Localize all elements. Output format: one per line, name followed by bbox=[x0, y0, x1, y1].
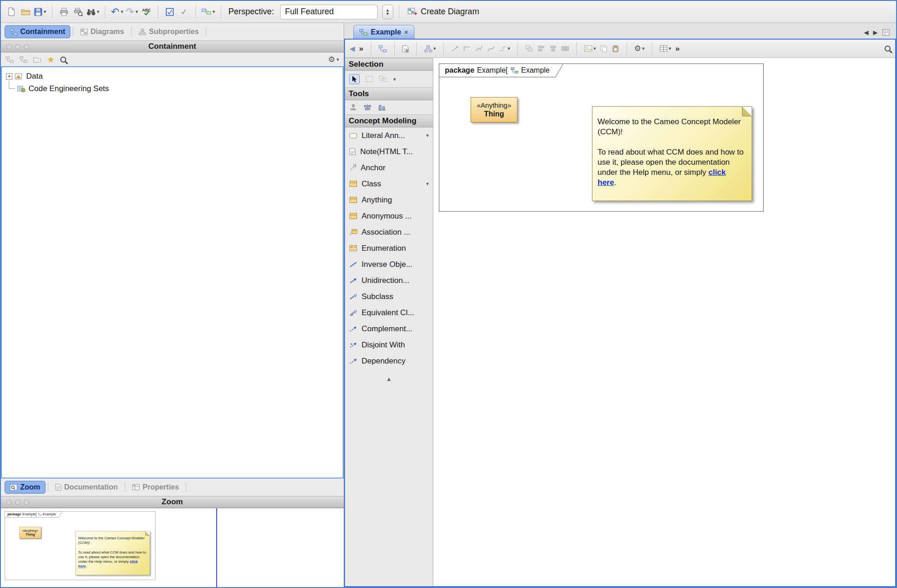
chevron-down-icon[interactable]: ▾ bbox=[426, 133, 429, 138]
diagram-canvas[interactable]: package Example[ Example ] «Anything» Th… bbox=[433, 58, 895, 586]
make-same-size-icon[interactable] bbox=[525, 45, 533, 52]
zoom-viewport-indicator[interactable] bbox=[216, 508, 217, 587]
float-dot-icon[interactable] bbox=[24, 500, 29, 505]
palette-item-enumeration[interactable]: Enumeration bbox=[345, 240, 433, 256]
package-frame[interactable]: package Example[ Example ] «Anything» Th… bbox=[439, 63, 764, 212]
perspective-stepper[interactable]: ▴▾ bbox=[382, 5, 393, 19]
chevron-down-icon[interactable]: ▾ bbox=[642, 46, 645, 51]
frame-header[interactable]: package Example[ Example ] bbox=[439, 63, 564, 77]
toolbar-overflow-icon[interactable]: » bbox=[675, 44, 679, 53]
palette-item-note-html[interactable]: Note(HTML T... bbox=[345, 144, 433, 160]
diagram-search-icon[interactable] bbox=[885, 46, 891, 52]
gear-icon[interactable]: ⚙ bbox=[328, 56, 335, 63]
bezier-path-icon[interactable] bbox=[487, 45, 495, 52]
close-icon[interactable]: × bbox=[404, 28, 408, 36]
palette-item-complement-of[interactable]: Complement... bbox=[345, 321, 433, 337]
rectilinear-path-icon[interactable] bbox=[463, 45, 471, 52]
palette-item-literal-annotation[interactable]: Literal Ann...▾ bbox=[345, 127, 433, 144]
tree-row-code-engineering-sets[interactable]: Code Engineering Sets bbox=[2, 82, 343, 95]
perspective-select[interactable]: Full Featured bbox=[280, 5, 378, 19]
palette-item-inverse-object-property[interactable]: Inverse Obje... bbox=[345, 256, 433, 272]
new-project-button[interactable] bbox=[6, 5, 17, 19]
chevron-down-icon[interactable]: ▾ bbox=[213, 9, 215, 14]
redo-button[interactable]: ↷▾ bbox=[126, 5, 138, 19]
distribute-icon[interactable] bbox=[561, 45, 569, 52]
path-style-icon[interactable]: ▾ bbox=[499, 45, 511, 52]
commit-check-button[interactable]: ✓ bbox=[178, 5, 190, 19]
quick-search-icon[interactable] bbox=[60, 57, 66, 63]
zoom-panel-header[interactable]: Zoom bbox=[1, 496, 344, 508]
palette-item-disjoint-with[interactable]: Disjoint With bbox=[345, 337, 433, 353]
find-button[interactable]: ▾ bbox=[86, 5, 100, 19]
expand-all-icon[interactable] bbox=[19, 56, 28, 63]
close-dot-icon[interactable] bbox=[6, 500, 12, 505]
containment-tree[interactable]: + Data Code Engineering Sets bbox=[1, 66, 344, 478]
create-diagram-button[interactable]: Create Diagram bbox=[408, 7, 479, 17]
palette-section-tools[interactable]: Tools bbox=[345, 87, 433, 100]
palette-item-equivalent-class[interactable]: Equivalent Cl... bbox=[345, 305, 433, 321]
chevron-down-icon[interactable]: ▾ bbox=[393, 77, 396, 82]
minimize-dot-icon[interactable] bbox=[15, 44, 20, 49]
vertical-distribute-icon[interactable] bbox=[363, 104, 372, 111]
specification-icon[interactable] bbox=[402, 45, 409, 52]
palette-item-subclass[interactable]: Subclass bbox=[345, 288, 433, 305]
tab-documentation[interactable]: Documentation bbox=[51, 481, 122, 494]
tab-example-diagram[interactable]: Example × bbox=[353, 25, 414, 39]
marquee-select-icon[interactable] bbox=[366, 76, 373, 82]
chevron-down-icon[interactable]: ▾ bbox=[426, 181, 429, 186]
stamp-tool-icon[interactable] bbox=[349, 104, 357, 111]
open-in-new-tree-icon[interactable] bbox=[33, 56, 41, 63]
paste-icon[interactable] bbox=[612, 45, 619, 52]
tab-zoom[interactable]: Zoom bbox=[5, 481, 46, 494]
align-left-icon[interactable] bbox=[537, 45, 545, 52]
minimize-dot-icon[interactable] bbox=[15, 500, 20, 505]
previous-diagram-icon[interactable]: ◀ bbox=[864, 29, 868, 36]
navigate-back-icon[interactable]: ◀ bbox=[350, 45, 355, 53]
chevron-down-icon[interactable]: ▾ bbox=[336, 57, 339, 62]
tree-row-data[interactable]: + Data bbox=[2, 70, 343, 82]
toolbar-overflow-icon[interactable]: » bbox=[359, 44, 363, 53]
next-diagram-icon[interactable]: ▶ bbox=[873, 29, 878, 36]
palette-item-dependency[interactable]: Dependency bbox=[345, 353, 433, 369]
palette-item-class[interactable]: Class▾ bbox=[345, 176, 433, 192]
zoom-preview[interactable]: package Example[ Example ] «Anything» Th… bbox=[1, 508, 344, 587]
palette-item-anonymous-class[interactable]: Anonymous ... bbox=[345, 208, 433, 224]
validation-button[interactable] bbox=[164, 5, 176, 19]
open-diagram-list-icon[interactable] bbox=[882, 29, 890, 36]
palette-section-concept-modeling[interactable]: Concept Modeling bbox=[345, 115, 433, 127]
save-project-button[interactable]: ▾ bbox=[34, 5, 46, 19]
image-shape-icon[interactable]: ▾ bbox=[584, 45, 596, 52]
related-elements-icon[interactable] bbox=[451, 45, 459, 52]
tab-diagrams[interactable]: Diagrams bbox=[75, 25, 129, 38]
multi-select-icon[interactable] bbox=[379, 76, 387, 82]
palette-section-selection[interactable]: Selection bbox=[345, 58, 433, 71]
palette-item-association-class[interactable]: Association ... bbox=[345, 224, 433, 240]
select-in-containment-icon[interactable] bbox=[379, 45, 387, 52]
select-cursor-icon[interactable] bbox=[349, 74, 360, 84]
spell-check-button[interactable]: ABC bbox=[140, 5, 152, 19]
welcome-note[interactable]: Welcome to the Cameo Concept Modeler (CC… bbox=[592, 106, 752, 201]
oblique-path-icon[interactable] bbox=[475, 45, 483, 52]
tab-containment[interactable]: Containment bbox=[5, 25, 70, 38]
layout-hierarchy-icon[interactable]: ▾ bbox=[424, 45, 436, 52]
chevron-down-icon[interactable]: ▾ bbox=[121, 9, 124, 14]
tab-subproperties[interactable]: Subproperties bbox=[134, 25, 203, 38]
horizontal-align-icon[interactable] bbox=[378, 104, 386, 111]
close-dot-icon[interactable] bbox=[6, 44, 12, 49]
favorites-star-icon[interactable]: ★ bbox=[47, 55, 55, 64]
containment-panel-header[interactable]: Containment bbox=[1, 40, 344, 52]
compare-diagrams-button[interactable]: ▾ bbox=[201, 5, 215, 19]
collapse-all-icon[interactable] bbox=[6, 56, 14, 63]
chevron-down-icon[interactable]: ▾ bbox=[593, 46, 596, 51]
tab-properties[interactable]: Properties bbox=[127, 481, 184, 494]
undo-button[interactable]: ↶▾ bbox=[111, 5, 123, 19]
print-preview-button[interactable] bbox=[72, 5, 84, 19]
chevron-down-icon[interactable]: ▾ bbox=[44, 9, 46, 14]
palette-item-anything[interactable]: Anything bbox=[345, 192, 433, 208]
palette-scroll-up-icon[interactable]: ▲ bbox=[345, 369, 433, 389]
print-button[interactable] bbox=[58, 5, 70, 19]
align-center-icon[interactable] bbox=[549, 45, 557, 52]
report-grid-icon[interactable]: ▾ bbox=[660, 45, 671, 52]
anything-thing-shape[interactable]: «Anything» Thing bbox=[471, 97, 518, 122]
chevron-down-icon[interactable]: ▾ bbox=[668, 46, 671, 51]
